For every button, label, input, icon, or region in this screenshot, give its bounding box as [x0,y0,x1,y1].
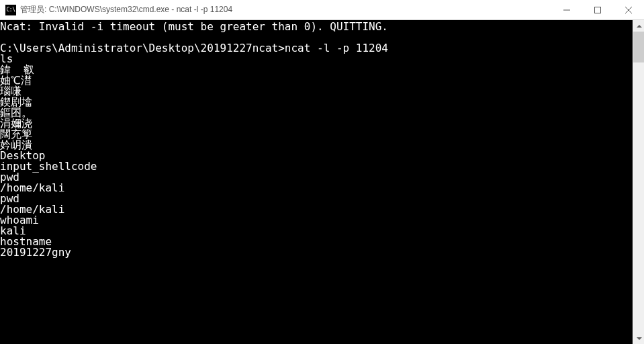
vertical-scrollbar[interactable] [633,20,644,344]
scrollbar-track[interactable] [633,32,644,333]
scrollbar-down-arrow[interactable] [633,333,644,344]
window-controls [551,0,644,19]
svg-marker-4 [637,25,642,28]
svg-marker-5 [637,337,642,340]
triangle-up-icon [637,25,642,28]
terminal-output[interactable]: Ncat: Invalid -i timeout (must be greate… [0,20,633,344]
terminal-area: Ncat: Invalid -i timeout (must be greate… [0,20,644,344]
minimize-button[interactable] [551,0,582,19]
triangle-down-icon [637,337,642,340]
svg-rect-1 [595,7,601,13]
minimize-icon [563,7,570,13]
close-icon [625,7,632,13]
window-titlebar: C:\ 管理员: C:\WINDOWS\system32\cmd.exe - n… [0,0,644,20]
scrollbar-up-arrow[interactable] [633,20,644,32]
cmd-icon: C:\ [5,5,16,15]
maximize-icon [594,7,601,13]
scrollbar-thumb[interactable] [633,32,644,62]
close-button[interactable] [613,0,644,19]
maximize-button[interactable] [582,0,613,19]
window-title: 管理员: C:\WINDOWS\system32\cmd.exe - ncat … [20,4,551,15]
